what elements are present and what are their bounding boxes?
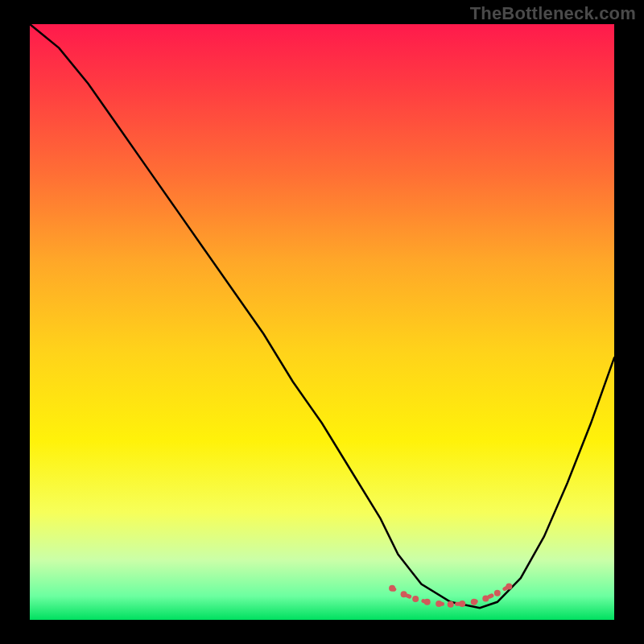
svg-point-2 [412,596,419,602]
svg-point-7 [471,599,477,605]
svg-point-6 [459,601,465,607]
chart-root: TheBottleneck.com [0,0,644,644]
svg-point-0 [389,585,395,592]
svg-point-8 [482,595,489,601]
svg-point-5 [448,601,454,608]
svg-point-4 [436,601,442,607]
gradient-background [30,24,614,620]
svg-point-1 [401,591,407,597]
svg-point-9 [494,590,501,597]
svg-point-3 [424,599,431,605]
svg-point-10 [506,584,512,590]
bottleneck-chart [0,0,644,644]
